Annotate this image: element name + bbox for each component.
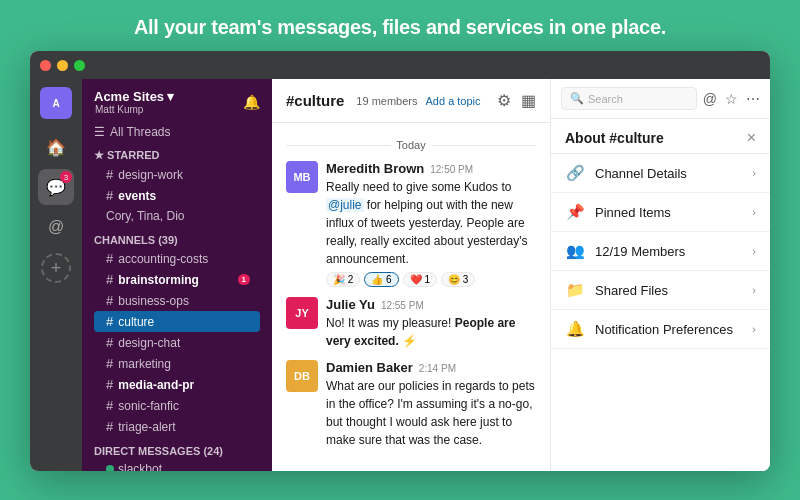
text-damien1: What are our policies in regards to pets… [326, 377, 536, 471]
message-header-damien1: Damien Baker 2:14 PM [326, 360, 536, 375]
message-body-julie: Julie Yu 12:55 PM No! It was my pleasure… [326, 297, 536, 350]
sidebar-item-brainstorming[interactable]: # brainstorming 1 [94, 269, 260, 290]
mention-julie: @julie [326, 198, 364, 212]
channel-details-icon: 🔗 [565, 164, 585, 182]
star-icon[interactable]: ☆ [725, 91, 738, 107]
shared-files-arrow-icon: › [752, 284, 756, 296]
sidebar-item-culture[interactable]: # culture [94, 311, 260, 332]
dm-label: DIRECT MESSAGES (24) [94, 445, 260, 457]
minimize-dot[interactable] [57, 60, 68, 71]
members-arrow-icon: › [752, 245, 756, 257]
avatar-julie: JY [286, 297, 318, 329]
notification-prefs-arrow-icon: › [752, 323, 756, 335]
reaction-heart[interactable]: ❤️ 1 [403, 272, 437, 287]
search-input-wrap[interactable]: 🔍 Search [561, 87, 697, 110]
add-workspace-button[interactable]: + [41, 253, 71, 283]
message-header-julie: Julie Yu 12:55 PM [326, 297, 536, 312]
author-meredith: Meredith Brown [326, 161, 424, 176]
brainstorming-badge: 1 [238, 274, 250, 285]
settings-icon[interactable]: ⚙ [497, 91, 511, 110]
panel-item-shared-files[interactable]: 📁 Shared Files › [551, 271, 770, 310]
chat-members-count: 19 members [356, 95, 417, 107]
panel-item-pinned-items[interactable]: 📌 Pinned Items › [551, 193, 770, 232]
app-body: A 🏠 💬 3 @ + Acme Sites ▾ Matt Kump 🔔 [30, 79, 770, 471]
channel-details-arrow-icon: › [752, 167, 756, 179]
reaction-thumbs[interactable]: 👍 6 [364, 272, 398, 287]
icon-bar-item-mentions[interactable]: @ [38, 209, 74, 245]
sidebar-item-media-and-pr[interactable]: # media-and-pr [94, 374, 260, 395]
message-header-meredith: Meredith Brown 12:50 PM [326, 161, 536, 176]
titlebar [30, 51, 770, 79]
hero-text: All your team's messages, files and serv… [0, 0, 800, 51]
sidebar-item-design-chat[interactable]: # design-chat [94, 332, 260, 353]
message-body-damien1: Damien Baker 2:14 PM What are our polici… [326, 360, 536, 471]
layout-icon[interactable]: ▦ [521, 91, 536, 110]
sidebar-item-starred-members[interactable]: Cory, Tina, Dio [94, 206, 260, 226]
search-placeholder: Search [588, 93, 623, 105]
notification-bell-icon[interactable]: 🔔 [243, 94, 260, 110]
messages-badge: 3 [60, 171, 72, 183]
chat-messages: Today MB Meredith Brown 12:50 PM Really … [272, 123, 550, 471]
message-julie: JY Julie Yu 12:55 PM No! It was my pleas… [286, 297, 536, 350]
panel-item-notification-prefs[interactable]: 🔔 Notification Preferences › [551, 310, 770, 349]
starred-section: ★ STARRED # design-work # events Cory, T… [82, 143, 272, 228]
chat-header: #culture 19 members Add a topic ⚙ ▦ [272, 79, 550, 123]
author-damien1: Damien Baker [326, 360, 413, 375]
starred-label: ★ STARRED [94, 149, 260, 162]
reactions-meredith: 🎉 2 👍 6 ❤️ 1 😊 3 [326, 272, 536, 287]
pinned-items-icon: 📌 [565, 203, 585, 221]
channels-section: CHANNELS (39) # accounting-costs # brain… [82, 228, 272, 439]
panel-item-members[interactable]: 👥 12/19 Members › [551, 232, 770, 271]
at-icon[interactable]: @ [703, 91, 717, 107]
maximize-dot[interactable] [74, 60, 85, 71]
workspace-avatar[interactable]: A [40, 87, 72, 119]
notification-prefs-icon: 🔔 [565, 320, 585, 338]
main-chat: #culture 19 members Add a topic ⚙ ▦ Toda… [272, 79, 550, 471]
panel-item-channel-details[interactable]: 🔗 Channel Details › [551, 154, 770, 193]
sidebar-item-marketing[interactable]: # marketing [94, 353, 260, 374]
sidebar-item-triage-alert[interactable]: # triage-alert [94, 416, 260, 437]
date-divider: Today [286, 139, 536, 151]
more-icon[interactable]: ⋯ [746, 91, 760, 107]
all-threads-item[interactable]: ☰ All Threads [82, 121, 272, 143]
right-panel-header: About #culture × [551, 119, 770, 154]
members-icon: 👥 [565, 242, 585, 260]
pinned-items-label: Pinned Items [595, 205, 742, 220]
sidebar: Acme Sites ▾ Matt Kump 🔔 ☰ All Threads ★… [82, 79, 272, 471]
avatar-meredith: MB [286, 161, 318, 193]
sidebar-dm-slackbot[interactable]: slackbot [94, 459, 260, 471]
avatar-damien1: DB [286, 360, 318, 392]
search-icon: 🔍 [570, 92, 584, 105]
app-window: A 🏠 💬 3 @ + Acme Sites ▾ Matt Kump 🔔 [30, 51, 770, 471]
workspace-name[interactable]: Acme Sites ▾ [94, 89, 174, 104]
members-label: 12/19 Members [595, 244, 742, 259]
chat-header-right: ⚙ ▦ [497, 91, 536, 110]
time-julie: 12:55 PM [381, 300, 424, 311]
sidebar-item-design-work[interactable]: # design-work [94, 164, 260, 185]
add-topic-link[interactable]: Add a topic [426, 95, 481, 107]
sidebar-header: Acme Sites ▾ Matt Kump 🔔 [82, 79, 272, 121]
shared-files-label: Shared Files [595, 283, 742, 298]
close-panel-button[interactable]: × [747, 129, 756, 147]
reaction-party[interactable]: 🎉 2 [326, 272, 360, 287]
close-dot[interactable] [40, 60, 51, 71]
reaction-smile[interactable]: 😊 3 [441, 272, 475, 287]
icon-bar-item-home[interactable]: 🏠 [38, 129, 74, 165]
sidebar-item-sonic-fanfic[interactable]: # sonic-fanfic [94, 395, 260, 416]
time-meredith: 12:50 PM [430, 164, 473, 175]
message-meredith: MB Meredith Brown 12:50 PM Really need t… [286, 161, 536, 287]
text-meredith: Really need to give some Kudos to @julie… [326, 178, 536, 268]
channels-label: CHANNELS (39) [94, 234, 260, 246]
sidebar-item-business-ops[interactable]: # business-ops [94, 290, 260, 311]
icon-bar-item-messages[interactable]: 💬 3 [38, 169, 74, 205]
online-dot-slackbot [106, 465, 114, 471]
author-julie: Julie Yu [326, 297, 375, 312]
dm-section: DIRECT MESSAGES (24) slackbot Brandon Ve… [82, 439, 272, 471]
message-body-meredith: Meredith Brown 12:50 PM Really need to g… [326, 161, 536, 287]
pinned-items-arrow-icon: › [752, 206, 756, 218]
icon-bar: A 🏠 💬 3 @ + [30, 79, 82, 471]
text-julie: No! It was my pleasure! People are very … [326, 314, 536, 350]
message-damien1: DB Damien Baker 2:14 PM What are our pol… [286, 360, 536, 471]
sidebar-item-events[interactable]: # events [94, 185, 260, 206]
sidebar-item-accounting-costs[interactable]: # accounting-costs [94, 248, 260, 269]
